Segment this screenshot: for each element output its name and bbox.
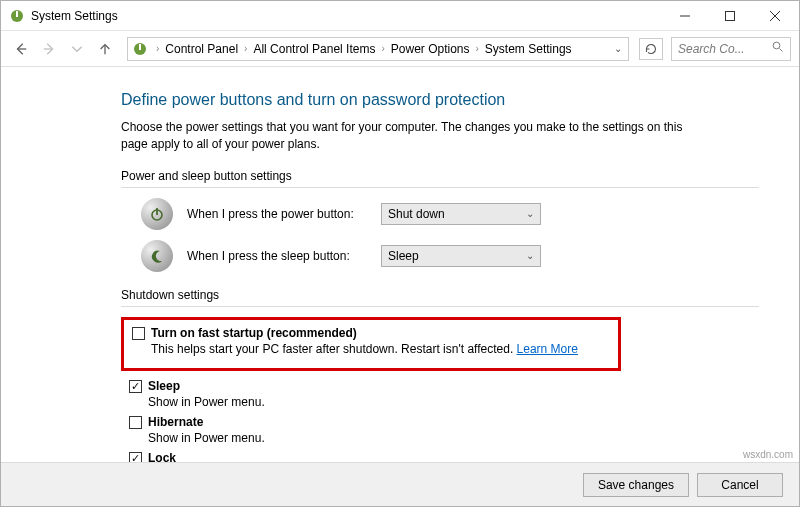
hibernate-checkbox[interactable] <box>129 416 142 429</box>
hibernate-desc: Show in Power menu. <box>121 431 759 445</box>
power-options-icon <box>9 8 25 24</box>
power-button-dropdown[interactable]: Shut down ⌄ <box>381 203 541 225</box>
breadcrumb[interactable]: › Control Panel › All Control Panel Item… <box>127 37 629 61</box>
hibernate-row: Hibernate <box>121 415 759 429</box>
sleep-desc: Show in Power menu. <box>121 395 759 409</box>
maximize-button[interactable] <box>707 2 752 30</box>
search-placeholder: Search Co... <box>678 42 745 56</box>
shutdown-group-label: Shutdown settings <box>121 288 759 307</box>
dropdown-value: Shut down <box>388 207 445 221</box>
dropdown-value: Sleep <box>388 249 419 263</box>
svg-rect-1 <box>16 11 18 17</box>
learn-more-link[interactable]: Learn More <box>517 342 578 356</box>
svg-rect-3 <box>725 11 734 20</box>
sleep-button-dropdown[interactable]: Sleep ⌄ <box>381 245 541 267</box>
sleep-label: Sleep <box>148 379 180 393</box>
chevron-down-icon: ⌄ <box>526 250 534 261</box>
close-button[interactable] <box>752 2 797 30</box>
breadcrumb-item[interactable]: System Settings <box>483 42 574 56</box>
titlebar: System Settings <box>1 1 799 31</box>
search-input[interactable]: Search Co... <box>671 37 791 61</box>
chevron-right-icon[interactable]: › <box>472 43 483 54</box>
minimize-button[interactable] <box>662 2 707 30</box>
footer: Save changes Cancel <box>1 462 799 506</box>
breadcrumb-item[interactable]: Control Panel <box>163 42 240 56</box>
chevron-down-icon: ⌄ <box>526 208 534 219</box>
up-button[interactable] <box>93 37 117 61</box>
save-changes-button[interactable]: Save changes <box>583 473 689 497</box>
sleep-button-label: When I press the sleep button: <box>187 249 367 263</box>
page-title: Define power buttons and turn on passwor… <box>121 91 759 109</box>
forward-button[interactable] <box>37 37 61 61</box>
window-title: System Settings <box>31 9 662 23</box>
refresh-button[interactable] <box>639 38 663 60</box>
svg-line-12 <box>780 49 783 52</box>
fast-startup-row: Turn on fast startup (recommended) <box>132 326 610 340</box>
power-button-label: When I press the power button: <box>187 207 367 221</box>
sleep-row: Sleep <box>121 379 759 393</box>
recent-locations-button[interactable] <box>65 37 89 61</box>
fast-startup-highlight: Turn on fast startup (recommended) This … <box>121 317 621 371</box>
watermark: wsxdn.com <box>743 449 793 460</box>
chevron-right-icon[interactable]: › <box>240 43 251 54</box>
fast-startup-checkbox[interactable] <box>132 327 145 340</box>
sleep-icon <box>141 240 173 272</box>
hibernate-label: Hibernate <box>148 415 203 429</box>
page-description: Choose the power settings that you want … <box>121 119 701 153</box>
breadcrumb-item[interactable]: Power Options <box>389 42 472 56</box>
power-icon <box>141 198 173 230</box>
svg-rect-10 <box>139 44 141 50</box>
navbar: › Control Panel › All Control Panel Item… <box>1 31 799 67</box>
chevron-down-icon[interactable]: ⌄ <box>614 43 622 54</box>
chevron-right-icon[interactable]: › <box>377 43 388 54</box>
back-button[interactable] <box>9 37 33 61</box>
power-options-icon <box>132 41 148 57</box>
sleep-checkbox[interactable] <box>129 380 142 393</box>
cancel-button[interactable]: Cancel <box>697 473 783 497</box>
content-area: Define power buttons and turn on passwor… <box>1 67 799 481</box>
svg-point-11 <box>773 42 780 49</box>
fast-startup-label: Turn on fast startup (recommended) <box>151 326 357 340</box>
fast-startup-desc: This helps start your PC faster after sh… <box>132 342 610 356</box>
sleep-button-row: When I press the sleep button: Sleep ⌄ <box>121 240 759 272</box>
search-icon <box>772 41 784 56</box>
power-sleep-group-label: Power and sleep button settings <box>121 169 759 188</box>
breadcrumb-item[interactable]: All Control Panel Items <box>251 42 377 56</box>
chevron-right-icon[interactable]: › <box>152 43 163 54</box>
power-button-row: When I press the power button: Shut down… <box>121 198 759 230</box>
